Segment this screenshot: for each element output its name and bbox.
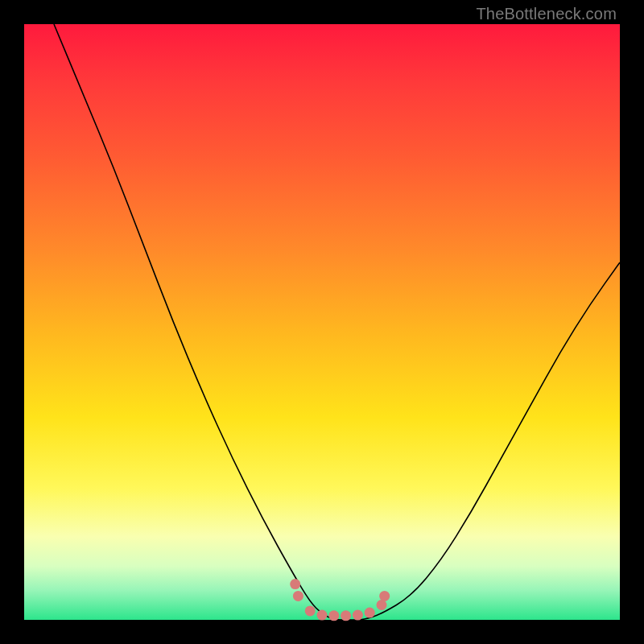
curve-svg <box>24 24 620 620</box>
optimal-marker <box>328 610 339 621</box>
optimal-marker <box>365 608 375 618</box>
optimal-marker <box>290 579 300 589</box>
optimal-marker <box>305 605 316 616</box>
optimal-marker <box>317 610 328 621</box>
optimal-marker <box>377 600 387 610</box>
plot-area <box>24 24 620 620</box>
chart-frame: TheBottleneck.com <box>0 0 644 644</box>
optimal-marker <box>353 610 363 621</box>
watermark-text: TheBottleneck.com <box>476 5 617 23</box>
bottleneck-curve <box>54 24 620 620</box>
optimal-marker <box>341 610 351 621</box>
optimal-marker <box>379 591 390 601</box>
optimal-marker <box>293 591 303 601</box>
optimal-markers <box>290 579 390 621</box>
